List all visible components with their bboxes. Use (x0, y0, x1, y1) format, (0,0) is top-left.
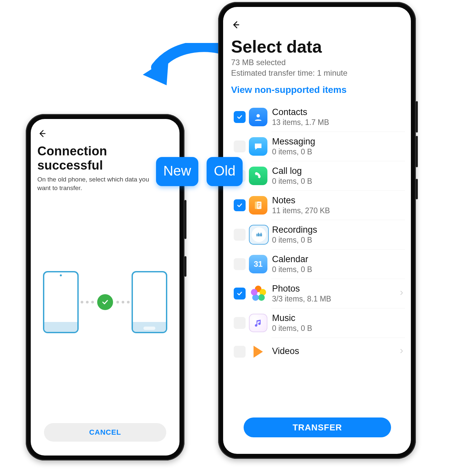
item-subtitle: 0 items, 0 B (272, 177, 394, 186)
list-item[interactable]: Notes11 items, 270 KB (230, 191, 405, 220)
item-title: Messaging (272, 137, 394, 147)
videos-icon (249, 342, 267, 361)
page-title: Connection successful (37, 144, 173, 173)
calendar-icon: 31 (249, 255, 267, 273)
checkbox[interactable] (234, 346, 246, 358)
success-check-icon (97, 294, 113, 310)
item-title: Call log (272, 166, 394, 176)
back-button[interactable] (229, 18, 242, 31)
list-item[interactable]: Photos3/3 items, 8.1 MB (230, 279, 405, 308)
dots-left (81, 301, 94, 303)
item-title: Music (272, 313, 394, 323)
list-item[interactable]: Messaging0 items, 0 B (230, 132, 405, 161)
item-subtitle: 3/3 items, 8.1 MB (272, 295, 394, 303)
svg-rect-5 (258, 205, 260, 206)
item-title: Notes (272, 195, 394, 206)
list-item[interactable]: 31Calendar0 items, 0 B (230, 250, 405, 279)
item-subtitle: 13 items, 1.7 MB (272, 118, 394, 127)
item-subtitle: 0 items, 0 B (272, 324, 394, 333)
calllog-icon (249, 167, 267, 185)
connection-illustration (37, 266, 173, 338)
item-title: Videos (272, 346, 394, 356)
checkbox[interactable] (234, 199, 246, 211)
list-item[interactable]: Call log0 items, 0 B (230, 161, 405, 190)
item-subtitle: 0 items, 0 B (272, 236, 394, 245)
checkbox[interactable] (234, 229, 246, 241)
selected-size: 73 MB selected (231, 57, 404, 68)
item-title: Recordings (272, 225, 394, 235)
chevron-right-icon (399, 290, 404, 297)
arrow-left-icon (37, 129, 47, 138)
page-title: Select data (231, 37, 404, 57)
dots-right (116, 301, 130, 303)
arrow-left-icon (231, 20, 240, 29)
messaging-icon (249, 137, 267, 156)
view-non-supported-link[interactable]: View non-supported items (231, 85, 404, 95)
photos-icon (249, 284, 267, 303)
item-subtitle: 0 items, 0 B (272, 147, 394, 156)
checkbox[interactable] (234, 288, 246, 299)
music-icon (249, 314, 267, 332)
item-title: Contacts (272, 107, 394, 117)
list-item[interactable]: ıııllıııllıRecordings0 items, 0 B (230, 220, 405, 249)
svg-rect-4 (258, 203, 260, 204)
page-subtitle: On the old phone, select which data you … (37, 175, 163, 192)
item-title: Photos (272, 284, 394, 294)
back-button[interactable] (35, 127, 49, 140)
estimated-time: Estimated transfer time: 1 minute (231, 68, 404, 78)
notes-icon (249, 196, 267, 215)
badge-new: New (156, 157, 198, 186)
list-item[interactable]: Music0 items, 0 B (230, 308, 405, 337)
badge-old: Old (207, 157, 243, 186)
contacts-icon (249, 108, 267, 126)
mini-phone-left (43, 271, 79, 333)
list-item[interactable]: Contacts13 items, 1.7 MB (230, 102, 405, 132)
recordings-icon: ıııllıııllı (249, 225, 269, 245)
phone-old-frame: Select data 73 MB selected Estimated tra… (218, 2, 416, 459)
mini-phone-right (132, 271, 167, 333)
checkbox[interactable] (234, 317, 246, 329)
chevron-right-icon (399, 348, 404, 355)
item-subtitle: 11 items, 270 KB (272, 206, 394, 215)
checkbox[interactable] (234, 258, 246, 270)
transfer-button[interactable]: TRANSFER (244, 417, 391, 437)
cancel-button[interactable]: CANCEL (44, 423, 166, 442)
checkbox[interactable] (234, 140, 246, 152)
item-subtitle: 0 items, 0 B (272, 265, 394, 274)
svg-rect-6 (258, 207, 259, 207)
svg-point-1 (257, 114, 260, 117)
checkbox[interactable] (234, 111, 246, 123)
data-item-list[interactable]: Contacts13 items, 1.7 MBMessaging0 items… (230, 102, 405, 412)
item-title: Calendar (272, 254, 394, 264)
list-item[interactable]: Videos (230, 338, 405, 366)
